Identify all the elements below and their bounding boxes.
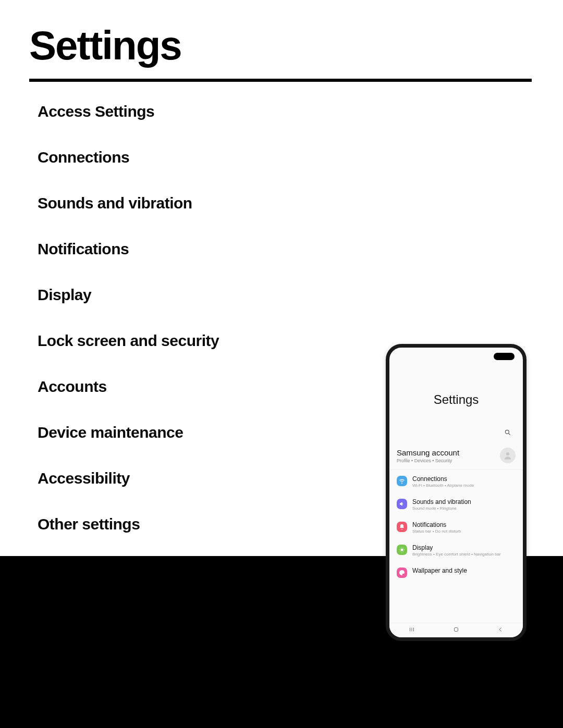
back-button[interactable] (497, 626, 504, 635)
phone-row-sounds[interactable]: Sounds and vibration Sound mode • Ringto… (389, 493, 523, 516)
bell-icon (397, 522, 407, 532)
phone-settings-list: Connections Wi-Fi • Bluetooth • Airplane… (389, 470, 523, 637)
row-subtitle: Brightness • Eye comfort shield • Naviga… (412, 552, 517, 557)
display-icon (397, 545, 407, 555)
search-icon[interactable] (504, 429, 511, 438)
wifi-icon (397, 476, 407, 486)
svg-point-2 (506, 452, 509, 455)
toc-item-notifications[interactable]: Notifications (38, 240, 563, 258)
phone-frame: Settings Samsung account Profile • Devic… (386, 344, 527, 641)
toc-item-access-settings[interactable]: Access Settings (38, 103, 563, 120)
title-rule (29, 79, 532, 82)
samsung-account-row[interactable]: Samsung account Profile • Devices • Secu… (389, 443, 523, 470)
row-subtitle: Sound mode • Ringtone (412, 506, 517, 511)
phone-screen: Settings Samsung account Profile • Devic… (389, 348, 523, 637)
phone-nav-bar (389, 623, 523, 637)
row-title: Wallpaper and style (412, 567, 517, 574)
svg-point-0 (505, 430, 509, 434)
phone-row-notifications[interactable]: Notifications Status bar • Do not distur… (389, 516, 523, 539)
account-text: Samsung account Profile • Devices • Secu… (397, 448, 500, 463)
svg-rect-7 (454, 628, 458, 632)
phone-row-display[interactable]: Display Brightness • Eye comfort shield … (389, 539, 523, 562)
phone-search-row (389, 407, 523, 443)
row-subtitle: Status bar • Do not disturb (412, 529, 517, 534)
toc-item-sounds-vibration[interactable]: Sounds and vibration (38, 194, 563, 212)
row-title: Display (412, 544, 517, 551)
row-title: Connections (412, 475, 517, 483)
toc-item-connections[interactable]: Connections (38, 149, 563, 166)
row-title: Sounds and vibration (412, 498, 517, 505)
row-subtitle: Wi-Fi • Bluetooth • Airplane mode (412, 483, 517, 488)
home-button[interactable] (452, 626, 460, 635)
svg-point-3 (401, 549, 403, 551)
account-subtitle: Profile • Devices • Security (397, 458, 500, 463)
svg-line-1 (509, 434, 510, 435)
phone-row-wallpaper[interactable]: Wallpaper and style (389, 562, 523, 583)
recents-button[interactable] (408, 626, 415, 635)
page-title: Settings (0, 0, 563, 79)
phone-row-connections[interactable]: Connections Wi-Fi • Bluetooth • Airplane… (389, 470, 523, 493)
row-title: Notifications (412, 521, 517, 528)
phone-mockup: Settings Samsung account Profile • Devic… (386, 344, 527, 641)
avatar-icon (500, 448, 516, 463)
account-title: Samsung account (397, 448, 500, 457)
sound-icon (397, 499, 407, 509)
phone-camera-notch (494, 353, 515, 360)
toc-item-display[interactable]: Display (38, 286, 563, 304)
palette-icon (397, 567, 407, 578)
